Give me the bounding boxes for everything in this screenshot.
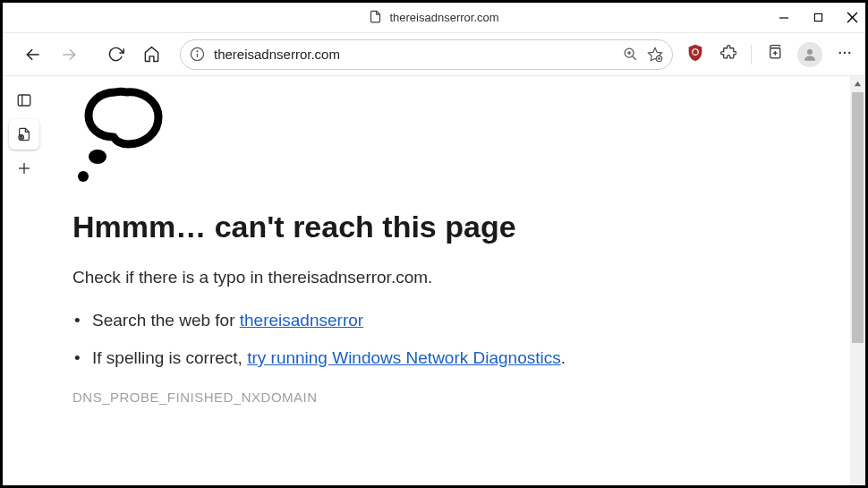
suggestion-search-prefix: Search the web for (92, 311, 240, 330)
extensions-icon[interactable] (719, 44, 736, 64)
scrollbar-thumb[interactable] (852, 92, 864, 343)
error-suggestions-list: Search the web for thereisadnserror If s… (72, 311, 856, 368)
site-info-icon[interactable] (190, 47, 205, 62)
error-subtitle: Check if there is a typo in thereisadnse… (72, 268, 856, 287)
ublock-icon[interactable] (685, 43, 705, 66)
suggestion-spelling-prefix: If spelling is correct, (92, 348, 247, 367)
profile-button[interactable] (797, 42, 822, 67)
browser-toolbar: thereisadnserror.com (3, 33, 865, 76)
zoom-icon[interactable] (623, 47, 638, 62)
toolbar-divider (751, 45, 752, 64)
main-area: Hmmm… can't reach this page Check if the… (3, 76, 865, 485)
svg-marker-33 (855, 81, 861, 86)
favorites-add-icon[interactable] (647, 47, 663, 63)
suggestion-period: . (561, 348, 566, 367)
svg-rect-25 (18, 95, 30, 106)
sidebar-tab-actions-button[interactable] (9, 85, 39, 116)
svg-point-32 (78, 171, 89, 182)
suggestion-search: Search the web for thereisadnserror (92, 311, 856, 330)
url-text: thereisadnserror.com (214, 47, 614, 62)
scrollbar-up-arrow-icon[interactable] (850, 76, 865, 91)
window-titlebar: thereisadnserror.com (3, 3, 865, 33)
svg-point-23 (844, 51, 846, 53)
svg-point-21 (807, 49, 813, 55)
sidebar-current-tab[interactable] (9, 119, 39, 150)
page-content: Hmmm… can't reach this page Check if the… (46, 76, 865, 485)
svg-point-24 (848, 51, 850, 53)
forward-button[interactable] (53, 39, 85, 71)
error-code: DNS_PROBE_FINISHED_NXDOMAIN (72, 390, 856, 405)
window-minimize-button[interactable] (778, 12, 790, 24)
home-button[interactable] (135, 39, 167, 71)
window-maximize-button[interactable] (812, 12, 824, 24)
window-close-button[interactable] (846, 12, 858, 24)
error-title: Hmmm… can't reach this page (72, 210, 856, 244)
suggestion-diagnostics: If spelling is correct, try running Wind… (92, 348, 856, 368)
sidebar-new-tab-button[interactable] (9, 153, 39, 184)
menu-button[interactable] (837, 45, 853, 64)
collections-icon[interactable] (766, 44, 783, 64)
window-controls (778, 3, 858, 32)
refresh-button[interactable] (99, 39, 132, 71)
scrollbar-track[interactable] (850, 76, 865, 485)
svg-rect-1 (814, 13, 821, 21)
svg-point-31 (89, 150, 106, 164)
vertical-tab-sidebar (3, 76, 46, 485)
thought-bubble-icon (72, 85, 856, 192)
titlebar-center: thereisadnserror.com (369, 10, 498, 26)
address-bar[interactable]: thereisadnserror.com (180, 39, 673, 70)
back-button[interactable] (17, 39, 49, 71)
search-web-link[interactable]: thereisadnserror (240, 311, 363, 330)
svg-point-8 (197, 51, 198, 52)
toolbar-right-icons (685, 42, 858, 67)
page-file-icon (369, 10, 382, 26)
titlebar-domain-text: thereisadnserror.com (389, 11, 498, 24)
network-diagnostics-link[interactable]: try running Windows Network Diagnostics (247, 348, 561, 367)
svg-line-10 (633, 56, 636, 60)
svg-point-22 (839, 51, 841, 53)
